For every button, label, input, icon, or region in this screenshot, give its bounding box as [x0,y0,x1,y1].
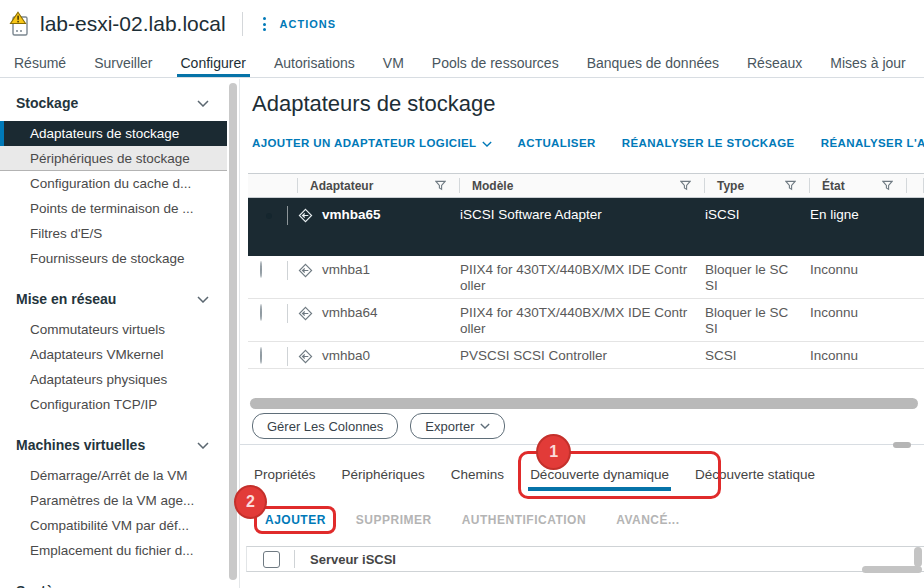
tab-surveiller[interactable]: Surveiller [80,48,166,77]
column-header-adaptateur: Adaptateur [298,174,460,197]
detail-vertical-scrollbar[interactable] [893,442,911,448]
sidebar-item-compatibilite-vm-par-def[interactable]: Compatibilité VM par déf... [0,513,227,538]
filter-icon[interactable] [785,180,796,191]
adapter-cell: vmhba0 [298,342,460,368]
sidebar-section-machines-virtuelles[interactable]: Machines virtuelles [0,433,227,457]
iscsi-server-column-label: Serveur iSCSI [310,552,396,567]
sidebar-item-filtres-d-e-s[interactable]: Filtres d'E/S [0,221,227,246]
adapters-table-header: AdaptateurModèleTypeÉtat [248,173,924,198]
detail-tab-chemins[interactable]: Chemins [449,454,506,494]
tab-mises-a-jour[interactable]: Mises à jour [816,48,919,77]
sidebar-section-title: Stockage [16,95,78,111]
sidebar-item-fournisseurs-de-stockage[interactable]: Fournisseurs de stockage [0,246,227,271]
column-header-type: Type [705,174,810,197]
tab-bar: RésuméSurveillerConfigurerAutorisationsV… [0,48,924,78]
sidebar-item-parametres-de-la-vm-age[interactable]: Paramètres de la VM age... [0,488,227,513]
main-panel: Adaptateurs de stockage AJOUTER UN ADAPT… [240,79,924,588]
sidebar-item-adaptateurs-vmkernel[interactable]: Adaptateurs VMkernel [0,342,227,367]
adapter-cell: vmhba65 [298,198,460,256]
tab-configurer[interactable]: Configurer [167,48,260,77]
tab-autorisations[interactable]: Autorisations [260,48,369,77]
adapters-table: AdaptateurModèleTypeÉtat vmhba65iSCSI So… [248,173,924,369]
toolbar-link-label: AJOUTER UN ADAPTATEUR LOGICIEL [252,137,477,149]
sidebar-section-systeme[interactable]: Système [0,579,227,588]
detail-tab-decouverte-dynamique[interactable]: Découverte dynamique [528,454,671,494]
iscsi-table-vertical-scrollbar[interactable] [914,547,922,567]
sidebar-item-commutateurs-virtuels[interactable]: Commutateurs virtuels [0,317,227,342]
detail-tab-decouverte-statique[interactable]: Découverte statique [693,454,817,494]
storage-adapter-icon [298,263,313,278]
model-text: PVSCSI SCSI Controller [460,348,692,364]
type-text: SCSI [705,348,791,364]
radio-column-header [248,174,298,197]
chevron-down-icon [482,141,492,147]
model-cell: PIIX4 for 430TX/440BX/MX IDE Controller [460,299,705,341]
export-button[interactable]: Exporter [410,413,505,439]
sidebar-scrollbar[interactable] [229,83,237,580]
adapters-table-body: vmhba65iSCSI Software AdapteriSCSIEn lig… [248,198,924,369]
storage-adapter-icon [298,208,313,223]
type-cell: SCSI [705,342,810,368]
kebab-menu-icon[interactable] [257,13,272,35]
toolbar-link-ajouter-un-adaptateur-logiciel[interactable]: AJOUTER UN ADAPTATEUR LOGICIEL [252,137,492,149]
table-horizontal-scrollbar[interactable] [250,398,918,409]
manage-columns-button[interactable]: Gérer Les Colonnes [252,413,398,439]
sidebar-item-peripheriques-de-stockage[interactable]: Périphériques de stockage [0,146,227,171]
tab-resume[interactable]: Résumé [0,48,80,77]
toolbar-link-reanalyser-le-stockage[interactable]: RÉANALYSER LE STOCKAGE [622,137,795,149]
adapter-row-vmhba1[interactable]: vmhba1PIIX4 for 430TX/440BX/MX IDE Contr… [248,256,924,299]
section-separator [240,444,924,445]
state-cell: Inconnu [810,342,907,368]
tab-pools-de-ressources[interactable]: Pools de ressources [418,48,573,77]
model-cell: PVSCSI SCSI Controller [460,342,705,368]
iscsi-table-horizontal-scrollbar[interactable] [862,566,922,573]
adapter-row-vmhba65[interactable]: vmhba65iSCSI Software AdapteriSCSIEn lig… [248,198,924,256]
row-radio-button[interactable] [260,261,262,278]
configure-sidebar: StockageAdaptateurs de stockagePériphéri… [0,79,240,588]
row-radio-button[interactable] [260,347,262,364]
column-header-label: Type [717,179,744,193]
host-header: lab-esxi-02.lab.local ACTIONS [0,0,924,48]
toolbar-link-actualiser[interactable]: ACTUALISER [518,137,596,149]
storage-adapter-icon [298,349,313,364]
row-radio-button[interactable] [260,304,262,321]
header-divider [242,12,243,36]
filter-icon[interactable] [435,180,446,191]
adapters-toolbar: AJOUTER UN ADAPTATEUR LOGICIELACTUALISER… [252,137,924,149]
adapter-row-vmhba64[interactable]: vmhba64PIIX4 for 430TX/440BX/MX IDE Cont… [248,299,924,342]
detail-tab-peripheriques[interactable]: Périphériques [340,454,427,494]
sidebar-item-adaptateurs-physiques[interactable]: Adaptateurs physiques [0,367,227,392]
tab-vm[interactable]: VM [369,48,418,77]
toolbar-link-reanalyser-l-adaptateur[interactable]: RÉANALYSER L'ADAPTATEUR [821,137,924,149]
sidebar-sections: StockageAdaptateurs de stockagePériphéri… [0,79,239,588]
column-header-label: Modèle [472,179,513,193]
filter-icon[interactable] [680,180,691,191]
sidebar-item-points-de-terminaison-de[interactable]: Points de terminaison de ... [0,196,227,221]
model-text: PIIX4 for 430TX/440BX/MX IDE Controller [460,305,692,337]
detail-tab-proprietes[interactable]: Propriétés [252,454,318,494]
detail-action-ajouter[interactable]: AJOUTER [265,513,326,527]
sidebar-item-configuration-du-cache-d[interactable]: Configuration du cache d... [0,171,227,196]
sidebar-section-title: Machines virtuelles [16,437,145,453]
adapter-name: vmhba0 [322,348,370,364]
filter-icon[interactable] [882,180,893,191]
sidebar-item-demarrage-arret-de-la-vm[interactable]: Démarrage/Arrêt de la VM [0,463,227,488]
sidebar-item-emplacement-du-fichier-d[interactable]: Emplacement du fichier d... [0,538,227,563]
stub-cell [907,198,924,256]
host-name: lab-esxi-02.lab.local [40,12,226,36]
adapter-row-vmhba0[interactable]: vmhba0PVSCSI SCSI ControllerSCSIInconnu [248,342,924,369]
column-header-label: Adaptateur [310,179,373,193]
toolbar-link-label: ACTUALISER [518,137,596,149]
tab-reseaux[interactable]: Réseaux [733,48,816,77]
tab-banques-de-donnees[interactable]: Banques de données [573,48,733,77]
sidebar-item-configuration-tcp-ip[interactable]: Configuration TCP/IP [0,392,227,417]
sidebar-section-stockage[interactable]: Stockage [0,91,227,115]
sidebar-item-adaptateurs-de-stockage[interactable]: Adaptateurs de stockage [0,121,227,146]
select-all-checkbox[interactable] [263,551,280,568]
sidebar-section-mise-en-reseau[interactable]: Mise en réseau [0,287,227,311]
detail-action-avance: AVANCÉ... [616,513,679,527]
toolbar-link-label: RÉANALYSER L'ADAPTATEUR [821,137,924,149]
actions-button[interactable]: ACTIONS [280,18,337,30]
adapter-cell: vmhba1 [298,256,460,298]
iscsi-server-table-header: Serveur iSCSI [246,546,924,572]
